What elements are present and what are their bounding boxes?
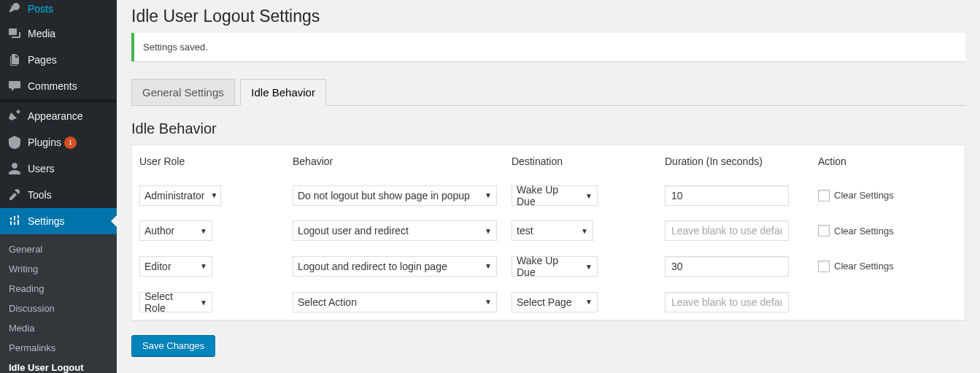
destination-select[interactable]: Select Page▼ [512, 292, 598, 312]
behavior-select[interactable]: Logout and redirect to login page▼ [293, 256, 497, 277]
submenu-idle-user-logout[interactable]: Idle User Logout [0, 358, 117, 373]
chevron-down-icon: ▼ [210, 191, 217, 199]
destination-select[interactable]: test▼ [512, 220, 593, 241]
chevron-down-icon: ▼ [485, 191, 492, 199]
role-select[interactable]: Select Role▼ [139, 292, 212, 312]
destination-select[interactable]: Wake Up Due▼ [512, 185, 598, 206]
sidebar-item-label: Plugins [28, 136, 61, 148]
header-role: User Role [132, 145, 285, 177]
sidebar-item-posts[interactable]: Posts [0, 0, 117, 20]
sidebar-item-label: Users [28, 163, 55, 174]
chevron-down-icon: ▼ [200, 299, 207, 307]
sidebar-item-pages[interactable]: Pages [0, 47, 117, 73]
plugins-icon [7, 135, 22, 150]
comments-icon [7, 79, 22, 93]
chevron-down-icon: ▼ [585, 263, 593, 271]
sidebar-item-comments[interactable]: Comments [0, 73, 117, 99]
pages-icon [7, 53, 22, 67]
sidebar-item-tools[interactable]: Tools [0, 182, 117, 208]
clear-settings-text: Clear Settings [834, 190, 894, 201]
header-duration: Duration (In seconds) [657, 145, 811, 177]
section-title: Idle Behavior [131, 120, 965, 137]
behavior-select[interactable]: Do not logout but show page in popup▼ [293, 185, 497, 206]
sidebar-item-label: Media [28, 28, 55, 39]
admin-sidebar: Posts Media Pages Comments Appearance Pl… [0, 0, 117, 373]
sidebar-item-media[interactable]: Media [0, 20, 117, 47]
header-action: Action [811, 145, 965, 177]
submenu-permalinks[interactable]: Permalinks [0, 338, 117, 358]
select-value: Select Action [298, 296, 357, 308]
duration-input[interactable] [665, 292, 789, 312]
submenu-general[interactable]: General [0, 239, 117, 259]
submenu-writing[interactable]: Writing [0, 259, 117, 279]
media-icon [7, 26, 22, 41]
clear-settings-text: Clear Settings [834, 261, 894, 272]
clear-settings-checkbox[interactable] [818, 190, 830, 201]
page-title: Idle User Logout Settings [131, 0, 965, 29]
submenu-media[interactable]: Media [0, 318, 117, 338]
clear-settings-label[interactable]: Clear Settings [818, 190, 957, 201]
main-content: Idle User Logout Settings Settings saved… [117, 0, 980, 373]
sidebar-item-label: Posts [28, 3, 53, 15]
select-value: Wake Up Due [517, 255, 579, 278]
notice-text: Settings saved. [143, 42, 208, 53]
settings-table-wrap: User Role Behavior Destination Duration … [131, 145, 965, 320]
role-select[interactable]: Administrator▼ [139, 185, 221, 206]
sidebar-item-label: Settings [28, 215, 65, 227]
chevron-down-icon: ▼ [485, 262, 492, 270]
sidebar-item-users[interactable]: Users [0, 155, 117, 182]
behavior-select[interactable]: Logout user and redirect▼ [293, 220, 497, 241]
tab-idle-behavior[interactable]: Idle Behavior [240, 79, 326, 106]
plugins-update-badge: 1 [64, 136, 77, 149]
notice-success: Settings saved. [131, 33, 965, 61]
select-value: Do not logout but show page in popup [298, 190, 470, 201]
tab-general-settings[interactable]: General Settings [131, 79, 235, 106]
role-select[interactable]: Editor▼ [139, 256, 212, 277]
clear-settings-label[interactable]: Clear Settings [818, 225, 957, 237]
sidebar-item-label: Comments [28, 80, 77, 92]
settings-table: User Role Behavior Destination Duration … [132, 145, 965, 320]
nav-tabs: General Settings Idle Behavior [131, 72, 965, 106]
destination-select[interactable]: Wake Up Due▼ [512, 256, 598, 277]
table-row: Select Role▼Select Action▼Select Page▼ [132, 284, 965, 320]
select-value: Select Role [144, 291, 194, 314]
clear-settings-label[interactable]: Clear Settings [818, 261, 957, 272]
submenu-reading[interactable]: Reading [0, 279, 117, 299]
sidebar-item-label: Tools [28, 189, 52, 201]
chevron-down-icon: ▼ [581, 227, 588, 235]
role-select[interactable]: Author▼ [139, 220, 212, 241]
select-value: Select Page [517, 296, 572, 308]
pin-icon [7, 1, 22, 16]
chevron-down-icon: ▼ [585, 298, 593, 306]
header-destination: Destination [504, 145, 657, 177]
clear-settings-checkbox[interactable] [818, 261, 830, 272]
settings-submenu: General Writing Reading Discussion Media… [0, 234, 117, 373]
select-value: Administrator [144, 190, 204, 201]
select-value: Logout user and redirect [298, 225, 409, 237]
select-value: Editor [144, 261, 171, 272]
sidebar-item-label: Appearance [28, 110, 83, 122]
chevron-down-icon: ▼ [485, 227, 492, 235]
save-changes-button[interactable]: Save Changes [131, 335, 215, 356]
sidebar-item-appearance[interactable]: Appearance [0, 103, 117, 129]
chevron-down-icon: ▼ [200, 227, 207, 235]
select-value: Logout and redirect to login page [298, 261, 447, 272]
table-row: Editor▼Logout and redirect to login page… [132, 248, 965, 284]
chevron-down-icon: ▼ [585, 192, 593, 200]
clear-settings-checkbox[interactable] [818, 225, 830, 237]
sidebar-item-settings[interactable]: Settings [0, 208, 117, 234]
submenu-discussion[interactable]: Discussion [0, 299, 117, 318]
duration-input[interactable] [665, 220, 789, 241]
appearance-icon [7, 109, 22, 123]
select-value: test [517, 225, 533, 237]
select-value: Wake Up Due [517, 184, 579, 207]
duration-input[interactable] [665, 256, 789, 277]
clear-settings-text: Clear Settings [834, 226, 894, 237]
sidebar-item-plugins[interactable]: Plugins 1 [0, 129, 117, 155]
select-value: Author [144, 225, 174, 237]
users-icon [7, 161, 22, 176]
behavior-select[interactable]: Select Action▼ [293, 292, 497, 312]
header-behavior: Behavior [285, 145, 504, 177]
duration-input[interactable] [665, 185, 789, 206]
table-row: Administrator▼Do not logout but show pag… [132, 177, 965, 213]
